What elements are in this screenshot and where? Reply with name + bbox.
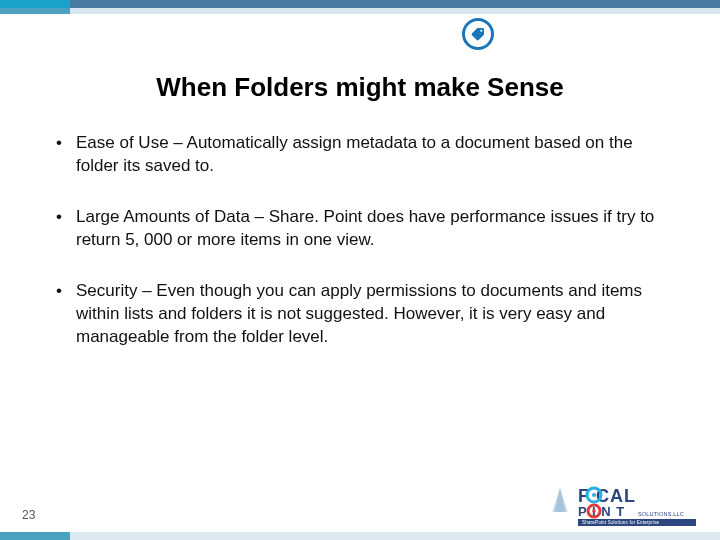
bullet-text: Security – Even though you can apply per… [76,280,664,349]
bullet-dot-icon: • [56,132,76,178]
bullet-text: Large Amounts of Data – Share. Point doe… [76,206,664,252]
logo-line3: SOLUTIONS.LLC [638,511,684,517]
bullet-dot-icon: • [56,206,76,252]
bullet-text: Ease of Use – Automatically assign metad… [76,132,664,178]
brand-logo: F CAL P I N T SOLUTIONS.LLC SharePoint S… [552,484,702,526]
svg-marker-1 [554,488,566,512]
logo-line2: P I N T [578,504,625,519]
bullet-dot-icon: • [56,280,76,349]
svg-point-5 [592,509,596,513]
slide: When Folders might make Sense • Ease of … [0,0,720,540]
bullet-item: • Large Amounts of Data – Share. Point d… [56,206,664,252]
bullet-list: • Ease of Use – Automatically assign met… [56,132,664,377]
top-stripe [0,0,720,8]
tag-icon [462,18,494,50]
page-number: 23 [22,508,35,522]
logo-tagline: SharePoint Solutions for Enterprise [582,520,660,525]
top-stripe-secondary [0,8,720,14]
svg-point-3 [592,493,596,497]
bullet-item: • Ease of Use – Automatically assign met… [56,132,664,178]
bullet-item: • Security – Even though you can apply p… [56,280,664,349]
bottom-stripe [0,532,720,540]
slide-title: When Folders might make Sense [0,72,720,103]
